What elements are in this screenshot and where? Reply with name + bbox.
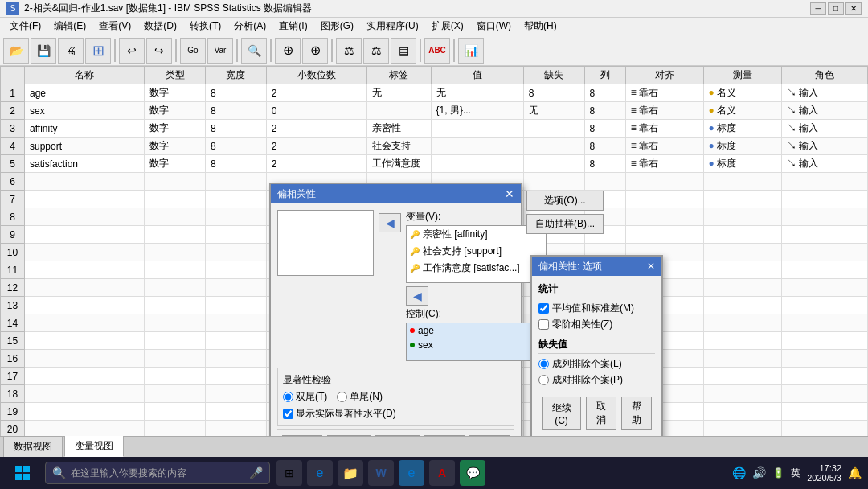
minimize-button[interactable]: ─ — [810, 2, 826, 15]
one-tailed-option[interactable]: 单尾(N) — [337, 390, 383, 404]
weight-btn[interactable]: ⚖ — [363, 38, 389, 64]
cell-type[interactable]: 数字 — [145, 155, 206, 173]
zero-order-option[interactable]: 零阶相关性(Z) — [538, 318, 655, 331]
cell-align[interactable]: ≡ 靠右 — [625, 84, 703, 102]
one-tailed-radio[interactable] — [337, 392, 347, 402]
cell-label[interactable]: 无 — [366, 84, 431, 102]
cell-width[interactable]: 8 — [206, 155, 267, 173]
taskbar-network[interactable]: 🌐 — [732, 466, 746, 479]
value-labels-btn[interactable]: ABC — [424, 38, 450, 64]
cell-name[interactable]: support — [25, 138, 145, 155]
cell-col[interactable]: 8 — [584, 102, 625, 120]
cell-label[interactable] — [366, 102, 431, 120]
continue-button[interactable]: 继续(C) — [542, 397, 581, 430]
cell-decimals[interactable]: 2 — [266, 155, 366, 173]
cell-align[interactable]: ≡ 靠右 — [625, 138, 703, 155]
source-var-list[interactable] — [277, 210, 374, 276]
find-btn[interactable]: 🔍 — [241, 38, 267, 64]
taskbar-icon-edge2[interactable]: e — [399, 460, 424, 486]
cell-decimals[interactable]: 2 — [266, 120, 366, 138]
taskbar-icon-edge[interactable]: e — [307, 460, 333, 486]
reset-button[interactable]: 重置(R) — [375, 435, 420, 436]
cell-values[interactable] — [431, 138, 523, 155]
menu-graphs[interactable]: 图形(G) — [314, 18, 360, 35]
move-vars-btn[interactable]: ◀ — [379, 213, 401, 232]
cell-values[interactable] — [431, 120, 523, 138]
undo-btn[interactable]: ↩ — [119, 38, 145, 64]
menu-directmarketing[interactable]: 直销(I) — [272, 18, 313, 35]
menu-extensions[interactable]: 扩展(X) — [425, 18, 470, 35]
cell-width[interactable]: 8 — [206, 84, 267, 102]
goto-var-btn[interactable]: Var — [207, 38, 233, 64]
goto-btn[interactable]: Go — [180, 38, 206, 64]
cell-name[interactable]: age — [25, 84, 145, 102]
taskbar-icon-wechat[interactable]: 💬 — [460, 460, 485, 486]
cell-col[interactable]: 8 — [584, 155, 625, 173]
ok-button[interactable]: 确定 — [282, 435, 322, 436]
table-row[interactable]: 4 support 数字 8 2 社会支持 8 ≡ 靠右 ● 标度 ↘ 输入 — [1, 138, 868, 155]
menu-window[interactable]: 窗口(W) — [470, 18, 518, 35]
cell-role[interactable]: ↘ 输入 — [781, 155, 867, 173]
cell-label[interactable]: 亲密性 — [366, 120, 431, 138]
table-row[interactable]: 1 age 数字 8 2 无 无 8 8 ≡ 靠右 ● 名义 ↘ 输入 — [1, 84, 868, 102]
taskbar-icon-word[interactable]: W — [368, 460, 394, 486]
insert-cases-btn[interactable]: ⊕ — [275, 38, 301, 64]
cell-col[interactable]: 8 — [584, 138, 625, 155]
cell-measure[interactable]: ● 标度 — [703, 120, 781, 138]
cell-name[interactable]: sex — [25, 102, 145, 120]
cell-values[interactable]: {1, 男}... — [431, 102, 523, 120]
menu-data[interactable]: 数据(D) — [137, 18, 183, 35]
cell-align[interactable]: ≡ 靠右 — [625, 102, 703, 120]
dialog-main-close[interactable]: ✕ — [505, 187, 514, 200]
cancel-button[interactable]: 取消 — [424, 435, 465, 436]
cell-align[interactable]: ≡ 靠右 — [625, 120, 703, 138]
menu-view[interactable]: 查看(V) — [92, 18, 137, 35]
cell-role[interactable]: ↘ 输入 — [781, 120, 867, 138]
listwise-radio[interactable] — [538, 359, 549, 369]
help-button[interactable]: 帮助 — [469, 435, 510, 436]
cell-width[interactable]: 8 — [206, 138, 267, 155]
control-list[interactable]: age sex — [406, 323, 547, 361]
chart-btn[interactable]: 📊 — [458, 38, 484, 64]
options-title[interactable]: 偏相关性: 选项 ✕ — [532, 257, 661, 276]
ctrl-item-sex[interactable]: sex — [407, 338, 546, 352]
cell-missing[interactable]: 8 — [523, 84, 584, 102]
move-controls-btn[interactable]: ◀ — [406, 286, 428, 306]
redo-btn[interactable]: ↪ — [146, 38, 172, 64]
cell-width[interactable]: 8 — [206, 102, 267, 120]
cell-role[interactable]: ↘ 输入 — [781, 84, 867, 102]
bootstrap-button[interactable]: 自助抽样(B)... — [526, 214, 604, 234]
var-item-support[interactable]: 🔑 社会支持 [support] — [407, 243, 546, 260]
cell-decimals[interactable]: 0 — [266, 102, 366, 120]
pairwise-radio[interactable] — [538, 375, 549, 385]
taskbar-search[interactable]: 🔍 在这里输入你要搜索的内容 🎤 — [45, 462, 270, 484]
menu-transform[interactable]: 转换(T) — [183, 18, 227, 35]
table-row[interactable]: 2 sex 数字 8 0 {1, 男}... 无 8 ≡ 靠右 ● 名义 ↘ 输… — [1, 102, 868, 120]
window-controls[interactable]: ─ □ ✕ — [810, 2, 862, 15]
taskbar-icon-acrobat[interactable]: A — [429, 460, 455, 486]
taskbar-notification[interactable]: 🔔 — [848, 466, 862, 479]
cell-type[interactable]: 数字 — [145, 84, 206, 102]
var-item-satisfaction[interactable]: 🔑 工作满意度 [satisfac...] — [407, 260, 546, 277]
tab-variable-view[interactable]: 变量视图 — [64, 435, 124, 457]
cell-col[interactable]: 8 — [584, 120, 625, 138]
taskbar-icon-task[interactable]: ⊞ — [276, 460, 302, 486]
cell-values[interactable] — [431, 155, 523, 173]
two-tailed-option[interactable]: 双尾(T) — [283, 390, 327, 404]
menu-file[interactable]: 文件(F) — [3, 18, 47, 35]
options-button[interactable]: 选项(O)... — [526, 191, 604, 211]
cell-width[interactable]: 8 — [206, 120, 267, 138]
paste-button[interactable]: 粘贴(P) — [327, 435, 371, 436]
ctrl-item-age[interactable]: age — [407, 323, 546, 338]
tab-data-view[interactable]: 数据视图 — [3, 436, 63, 457]
select-cases-btn[interactable]: ▤ — [391, 38, 416, 64]
cell-missing[interactable] — [523, 138, 584, 155]
listwise-option[interactable]: 成列排除个案(L) — [538, 357, 655, 371]
mean-stddev-option[interactable]: 平均值和标准差(M) — [538, 302, 655, 315]
cell-label[interactable]: 社会支持 — [366, 138, 431, 155]
cell-measure[interactable]: ● 名义 — [703, 102, 781, 120]
dialog-main-title[interactable]: 偏相关性 ✕ — [271, 184, 521, 203]
cell-name[interactable]: affinity — [25, 120, 145, 138]
cell-measure[interactable]: ● 标度 — [703, 155, 781, 173]
open-file-btn[interactable]: 📂 — [3, 38, 29, 64]
